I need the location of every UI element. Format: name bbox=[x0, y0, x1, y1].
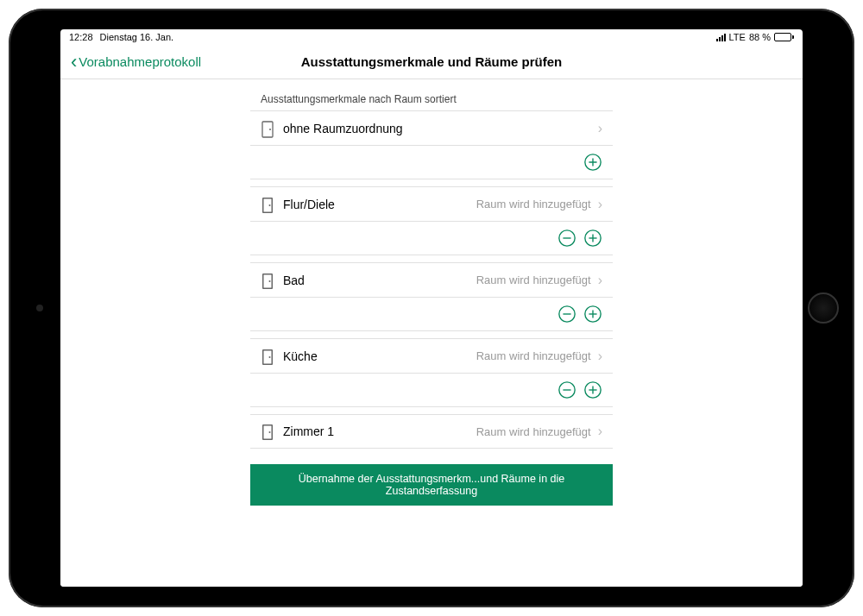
room-name: Flur/Diele bbox=[283, 198, 476, 211]
svg-point-7 bbox=[269, 204, 271, 206]
svg-point-15 bbox=[269, 280, 271, 282]
room-row[interactable]: Zimmer 1 Raum wird hinzugefügt › bbox=[250, 414, 613, 449]
network-label: LTE bbox=[729, 32, 746, 42]
door-icon bbox=[261, 349, 274, 364]
room-actions bbox=[250, 221, 613, 255]
door-icon bbox=[261, 121, 274, 136]
remove-button[interactable] bbox=[557, 229, 576, 248]
nav-bar: ‹ Vorabnahmeprotokoll Ausstattungsmerkma… bbox=[60, 45, 803, 79]
chevron-right-icon: › bbox=[598, 349, 602, 364]
door-icon bbox=[261, 273, 274, 288]
camera-dot bbox=[36, 305, 43, 311]
room-row[interactable]: Küche Raum wird hinzugefügt › bbox=[250, 338, 613, 373]
status-bar: 12:28 Dienstag 16. Jan. LTE 88 % bbox=[60, 29, 803, 45]
section-header: Ausstattungsmerkmale nach Raum sortiert bbox=[250, 86, 613, 110]
add-button[interactable] bbox=[583, 305, 602, 324]
room-name: Zimmer 1 bbox=[283, 424, 476, 438]
door-icon bbox=[261, 197, 274, 212]
chevron-right-icon: › bbox=[598, 197, 602, 212]
remove-button[interactable] bbox=[557, 305, 576, 324]
add-button[interactable] bbox=[583, 229, 602, 248]
svg-point-31 bbox=[269, 431, 271, 433]
add-button[interactable] bbox=[583, 153, 602, 172]
back-button[interactable]: ‹ Vorabnahmeprotokoll bbox=[71, 53, 201, 72]
chevron-right-icon: › bbox=[598, 424, 602, 439]
chevron-right-icon: › bbox=[598, 121, 602, 136]
battery-percent: 88 % bbox=[749, 32, 771, 42]
status-date: Dienstag 16. Jan. bbox=[100, 32, 174, 42]
content-area: Ausstattungsmerkmale nach Raum sortiert … bbox=[60, 79, 803, 587]
room-row[interactable]: Flur/Diele Raum wird hinzugefügt › bbox=[250, 186, 613, 221]
svg-point-1 bbox=[269, 129, 271, 130]
room-name: Küche bbox=[283, 349, 476, 363]
room-row[interactable]: ohne Raumzuordnung › bbox=[250, 110, 613, 145]
room-status: Raum wird hinzugefügt bbox=[476, 198, 591, 211]
remove-button[interactable] bbox=[557, 380, 576, 399]
ipad-frame: 12:28 Dienstag 16. Jan. LTE 88 % ‹ Vorab… bbox=[9, 9, 854, 607]
battery-icon bbox=[774, 33, 794, 41]
room-row[interactable]: Bad Raum wird hinzugefügt › bbox=[250, 262, 613, 297]
svg-point-23 bbox=[269, 356, 271, 358]
back-label: Vorabnahmeprotokoll bbox=[79, 54, 201, 69]
room-status: Raum wird hinzugefügt bbox=[476, 273, 591, 286]
svg-rect-0 bbox=[262, 122, 273, 137]
room-status: Raum wird hinzugefügt bbox=[476, 349, 591, 362]
screen: 12:28 Dienstag 16. Jan. LTE 88 % ‹ Vorab… bbox=[60, 29, 803, 587]
home-button[interactable] bbox=[808, 292, 839, 324]
page-title: Ausstattungsmerkmale und Räume prüfen bbox=[301, 54, 563, 69]
room-actions bbox=[250, 145, 613, 179]
door-icon bbox=[261, 424, 274, 439]
add-button[interactable] bbox=[583, 380, 602, 399]
status-time: 12:28 bbox=[69, 32, 93, 42]
chevron-right-icon: › bbox=[598, 273, 602, 288]
submit-button[interactable]: Übernahme der Ausstattungsmerkm...und Rä… bbox=[250, 464, 613, 506]
room-status: Raum wird hinzugefügt bbox=[476, 425, 591, 438]
room-actions bbox=[250, 373, 613, 407]
room-actions bbox=[250, 297, 613, 331]
room-name: Bad bbox=[283, 273, 476, 287]
chevron-left-icon: ‹ bbox=[71, 53, 77, 72]
signal-icon bbox=[716, 34, 726, 41]
room-name: ohne Raumzuordnung bbox=[283, 122, 591, 135]
